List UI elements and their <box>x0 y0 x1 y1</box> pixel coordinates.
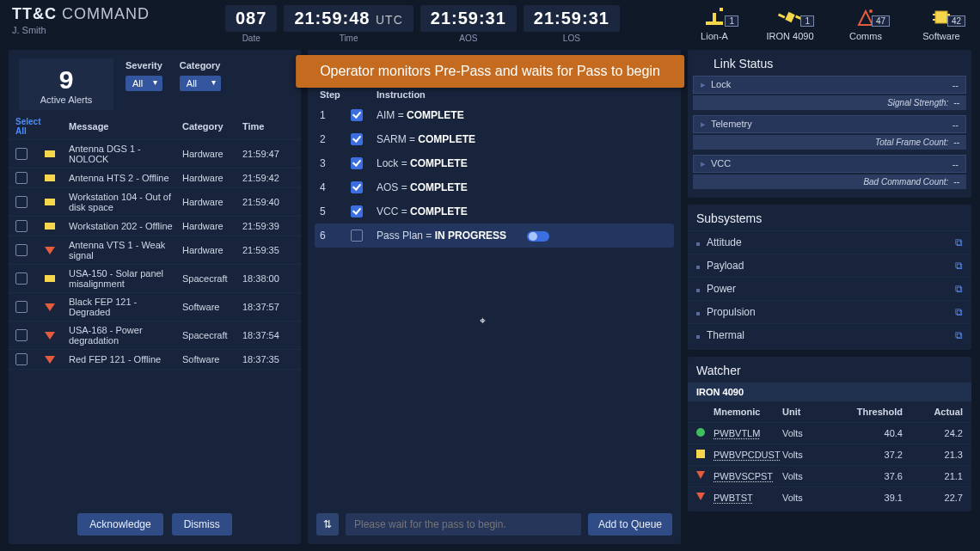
svg-rect-0 <box>706 21 723 25</box>
step-checkbox[interactable] <box>351 157 363 169</box>
alert-row[interactable]: Workstation 104 - Out of disk space Hard… <box>9 188 301 217</box>
subsystem-item[interactable]: Power ⧉ <box>688 277 971 300</box>
alert-checkbox[interactable] <box>15 244 28 256</box>
alert-row[interactable]: Black FEP 121 - Degraded Software 18:37:… <box>9 293 301 321</box>
alert-row[interactable]: Antenna VTS 1 - Weak signal Hardware 21:… <box>9 236 301 265</box>
status-critical-icon <box>696 471 705 479</box>
alert-checkbox[interactable] <box>15 148 28 160</box>
alert-checkbox[interactable] <box>15 353 28 365</box>
link-group[interactable]: ▸Lock-- <box>693 76 966 94</box>
add-to-queue-button[interactable]: Add to Queue <box>588 513 672 536</box>
popout-icon[interactable]: ⧉ <box>955 236 963 248</box>
alert-message: Red FEP 121 - Offline <box>69 354 177 364</box>
mnemonic[interactable]: PWBVPCDUST <box>714 450 782 460</box>
pass-step-row[interactable]: 2 SARM = COMPLETE <box>308 127 681 151</box>
alert-time: 18:37:35 <box>242 354 294 364</box>
severity-critical-icon <box>45 332 55 340</box>
step-checkbox[interactable] <box>351 181 363 193</box>
alert-category: Hardware <box>182 221 237 231</box>
alert-time: 21:59:40 <box>242 197 294 207</box>
severity-critical-icon <box>45 356 55 364</box>
category-filter[interactable]: All <box>180 76 221 91</box>
alert-row[interactable]: USA-150 - Solar panel misalignment Space… <box>9 265 301 293</box>
status-critical-icon <box>696 493 705 500</box>
popout-icon[interactable]: ⧉ <box>955 306 963 318</box>
alert-message: Antenna HTS 2 - Offline <box>69 173 177 183</box>
alert-time: 18:37:57 <box>242 302 294 312</box>
link-group[interactable]: ▸Telemetry-- <box>693 115 966 133</box>
col-time: Time <box>242 121 294 132</box>
status-ground-station-icon[interactable]: 1 Lion-A <box>688 7 741 41</box>
status-caution-icon <box>696 450 705 458</box>
alert-category: Hardware <box>182 245 237 255</box>
subsystem-item[interactable]: Thermal ⧉ <box>688 323 971 346</box>
col-category: Category <box>182 121 237 132</box>
status-antenna-icon[interactable]: 47 Comms <box>839 7 892 41</box>
svg-rect-7 <box>935 11 947 23</box>
dismiss-button[interactable]: Dismiss <box>172 513 232 536</box>
mnemonic[interactable]: PWBVSCPST <box>714 471 782 481</box>
watcher-row[interactable]: PWBVTLM Volts 40.4 24.2 <box>688 422 971 444</box>
svg-rect-9 <box>933 19 935 21</box>
sort-handle-icon[interactable]: ⇅ <box>316 513 339 536</box>
acknowledge-button[interactable]: Acknowledge <box>77 513 162 536</box>
alert-time: 21:59:39 <box>242 221 294 231</box>
mnemonic[interactable]: PWBVTLM <box>714 428 782 438</box>
pass-step-row[interactable]: 5 VCC = COMPLETE <box>308 199 681 223</box>
status-chip-icon[interactable]: 42 Software <box>915 7 968 41</box>
alert-checkbox[interactable] <box>15 329 28 341</box>
step-checkbox[interactable] <box>351 109 363 121</box>
step-checkbox[interactable] <box>351 230 363 242</box>
app-title: TT&C COMMAND <box>12 5 218 23</box>
alert-row[interactable]: Red FEP 121 - Offline Software 18:37:35 <box>9 350 301 370</box>
command-input[interactable] <box>346 513 581 536</box>
alert-message: Antenna VTS 1 - Weak signal <box>69 240 177 260</box>
status-satellite-icon[interactable]: 1 IRON 4090 <box>763 7 817 41</box>
pass-step-row[interactable]: 4 AOS = COMPLETE <box>308 175 681 199</box>
severity-filter[interactable]: All <box>126 76 162 91</box>
popout-icon[interactable]: ⧉ <box>955 260 963 272</box>
severity-caution-icon <box>45 223 55 230</box>
alert-category: Spacecraft <box>182 330 237 340</box>
alert-time: 21:59:42 <box>242 173 294 183</box>
category-filter-label: Category <box>180 60 221 70</box>
alert-checkbox[interactable] <box>15 301 28 313</box>
pass-step-row[interactable]: 6 Pass Plan = IN PROGRESS <box>315 223 674 248</box>
alert-checkbox[interactable] <box>15 220 28 232</box>
alert-row[interactable]: Antenna DGS 1 - NOLOCK Hardware 21:59:47 <box>9 140 301 168</box>
mnemonic[interactable]: PWBTST <box>714 493 782 503</box>
alert-message: Workstation 104 - Out of disk space <box>69 192 177 212</box>
alert-checkbox[interactable] <box>15 172 28 184</box>
subsystem-item[interactable]: Attitude ⧉ <box>688 230 971 254</box>
status-badge: 42 <box>947 15 965 27</box>
watcher-row[interactable]: PWBVPCDUST Volts 37.2 21.3 <box>688 444 971 465</box>
subsystem-item[interactable]: Payload ⧉ <box>688 254 971 277</box>
alert-row[interactable]: USA-168 - Power degradation Spacecraft 1… <box>9 321 301 350</box>
alert-row[interactable]: Workstation 202 - Offline Hardware 21:59… <box>9 217 301 236</box>
severity-filter-label: Severity <box>126 60 162 70</box>
popout-icon[interactable]: ⧉ <box>955 329 963 341</box>
alert-checkbox[interactable] <box>15 272 28 285</box>
step-checkbox[interactable] <box>351 133 363 145</box>
step-number: 3 <box>320 157 351 169</box>
step-toggle[interactable] <box>527 231 549 242</box>
toast-banner: Operator monitors Pre-Pass and waits for… <box>296 55 684 88</box>
alert-category: Spacecraft <box>182 273 237 284</box>
pass-step-row[interactable]: 3 Lock = COMPLETE <box>308 151 681 175</box>
alert-category: Software <box>182 302 237 312</box>
step-checkbox[interactable] <box>351 205 363 217</box>
step-number: 1 <box>320 109 351 121</box>
select-all[interactable]: Select All <box>15 117 40 136</box>
popout-icon[interactable]: ⧉ <box>955 283 963 295</box>
link-metric: Signal Strength:-- <box>693 95 966 110</box>
severity-caution-icon <box>45 150 55 157</box>
watcher-row[interactable]: PWBVSCPST Volts 37.6 21.1 <box>688 465 971 487</box>
pass-step-row[interactable]: 1 AIM = COMPLETE <box>308 103 681 127</box>
alert-time: 21:59:47 <box>242 149 294 159</box>
watcher-row[interactable]: PWBTST Volts 39.1 22.7 <box>688 487 971 508</box>
subsystem-item[interactable]: Propulsion ⧉ <box>688 300 971 323</box>
alert-message: Black FEP 121 - Degraded <box>69 297 177 317</box>
alert-checkbox[interactable] <box>15 196 28 208</box>
link-group[interactable]: ▸VCC-- <box>693 155 966 173</box>
alert-row[interactable]: Antenna HTS 2 - Offline Hardware 21:59:4… <box>9 168 301 188</box>
